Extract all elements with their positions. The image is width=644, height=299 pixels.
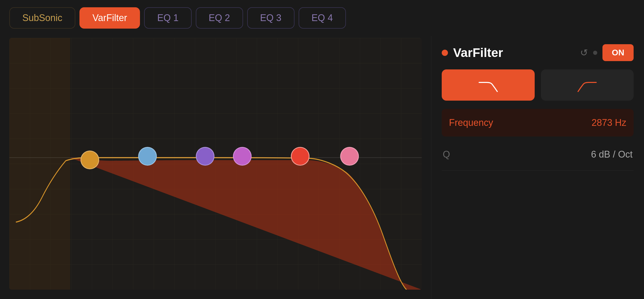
tab-eq1[interactable]: EQ 1 bbox=[144, 7, 191, 29]
tab-eq3[interactable]: EQ 3 bbox=[247, 7, 294, 29]
eq-node-5[interactable] bbox=[291, 147, 310, 166]
grid-svg bbox=[9, 38, 422, 290]
frequency-value: 2873 Hz bbox=[592, 117, 626, 128]
highpass-filter-button[interactable] bbox=[541, 69, 634, 101]
tab-subsonic[interactable]: SubSonic bbox=[9, 7, 75, 29]
eq-node-4[interactable] bbox=[233, 147, 252, 166]
panel-title: VarFilter bbox=[453, 46, 503, 60]
tab-varfilter[interactable]: VarFilter bbox=[79, 7, 140, 29]
tab-eq4[interactable]: EQ 4 bbox=[299, 7, 346, 29]
eq-node-1[interactable] bbox=[81, 151, 99, 169]
filter-type-row bbox=[442, 69, 634, 101]
frequency-label: Frequency bbox=[449, 117, 493, 128]
main-content: VarFilter ↺ ON F bbox=[0, 36, 644, 299]
eq-graph-container bbox=[0, 36, 431, 299]
eq-node-6[interactable] bbox=[340, 147, 359, 166]
settings-dot[interactable] bbox=[593, 51, 597, 55]
panel-title-group: VarFilter bbox=[442, 46, 503, 60]
q-label: Q bbox=[443, 149, 450, 160]
panel-controls: ↺ ON bbox=[580, 44, 634, 61]
panel-status-dot bbox=[442, 50, 448, 56]
on-off-button[interactable]: ON bbox=[602, 44, 634, 61]
q-row[interactable]: Q 6 dB / Oct bbox=[442, 139, 634, 171]
panel-header: VarFilter ↺ ON bbox=[442, 41, 634, 69]
undo-button[interactable]: ↺ bbox=[580, 47, 588, 58]
tab-bar: SubSonic VarFilter EQ 1 EQ 2 EQ 3 EQ 4 bbox=[0, 0, 644, 36]
right-panel: VarFilter ↺ ON F bbox=[431, 36, 644, 299]
lowpass-icon bbox=[478, 77, 499, 93]
lowpass-filter-button[interactable] bbox=[442, 69, 535, 101]
svg-rect-2 bbox=[9, 38, 70, 290]
eq-graph[interactable] bbox=[9, 38, 422, 290]
tab-eq2[interactable]: EQ 2 bbox=[196, 7, 243, 29]
eq-node-2[interactable] bbox=[138, 147, 157, 166]
highpass-icon bbox=[577, 77, 598, 93]
eq-node-3[interactable] bbox=[196, 147, 214, 166]
frequency-row[interactable]: Frequency 2873 Hz bbox=[442, 109, 634, 136]
q-value: 6 dB / Oct bbox=[591, 149, 633, 160]
